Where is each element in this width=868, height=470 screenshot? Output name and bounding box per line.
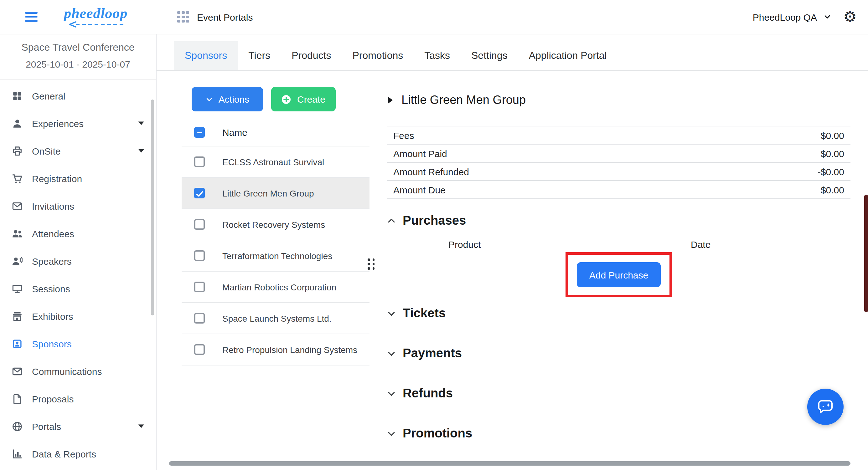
sponsor-rows: ECLSS Astronaut Survival Little Green Me…: [182, 146, 370, 366]
account-name[interactable]: PheedLoop QA: [753, 11, 817, 22]
checkbox-checked[interactable]: [194, 188, 205, 198]
table-row: Fees $0.00: [387, 126, 850, 144]
checkbox[interactable]: [194, 157, 205, 167]
fin-label: Fees: [393, 130, 414, 140]
chevron-down-icon[interactable]: [138, 121, 145, 126]
logo-underline-arrow-icon: [66, 21, 126, 28]
topbar-left: pheedloop: [0, 6, 157, 28]
table-row: Amount Paid $0.00: [387, 144, 850, 163]
select-all-checkbox[interactable]: [194, 127, 205, 138]
tab-application-portal[interactable]: Application Portal: [518, 41, 618, 70]
grid-icon: [11, 90, 23, 101]
chevron-up-icon[interactable]: [387, 216, 396, 225]
sidebar-item-attendees[interactable]: Attendees: [0, 220, 156, 247]
topbar: pheedloop Event Portals PheedLoop QA ⚙: [0, 0, 868, 34]
sponsor-row-selected[interactable]: Little Green Men Group: [182, 178, 370, 209]
sidebar-item-label: Data & Reports: [32, 448, 96, 459]
horizontal-scrollbar-thumb[interactable]: [169, 461, 850, 466]
chevron-down-icon[interactable]: [387, 349, 396, 358]
annotation-highlight-box: Add Purchase: [565, 252, 672, 297]
event-name: Space Travel Conference: [0, 42, 156, 53]
pheedloop-logo[interactable]: pheedloop: [64, 6, 127, 28]
mail-icon: [11, 200, 23, 211]
chevron-down-icon[interactable]: [387, 429, 396, 438]
detail-title-row[interactable]: Little Green Men Group: [387, 92, 850, 108]
event-header: Space Travel Conference 2025-10-01 - 202…: [0, 34, 156, 80]
tab-promotions[interactable]: Promotions: [342, 41, 414, 70]
column-header-product: Product: [448, 239, 480, 250]
sidebar-item-communications[interactable]: Communications: [0, 357, 156, 385]
purchases-column-headers: Product Date: [387, 239, 850, 252]
sponsor-row[interactable]: Rocket Recovery Systems: [182, 209, 370, 240]
fin-value: -$0.00: [817, 166, 844, 177]
section-title: Purchases: [403, 213, 466, 228]
create-button[interactable]: Create: [271, 87, 336, 111]
fin-value: $0.00: [821, 184, 844, 195]
sidebar-item-invitations[interactable]: Invitations: [0, 192, 156, 220]
hamburger-menu-icon[interactable]: [25, 12, 38, 22]
tab-tiers[interactable]: Tiers: [238, 41, 281, 70]
sidebar-item-label: Exhibitors: [32, 311, 73, 322]
triangle-right-icon[interactable]: [387, 96, 393, 104]
sidebar-item-portals[interactable]: Portals: [0, 412, 156, 440]
sponsor-row[interactable]: Space Launch Systems Ltd.: [182, 303, 370, 334]
sidebar-item-data-reports[interactable]: Data & Reports: [0, 440, 156, 468]
sidebar-item-exhibitors[interactable]: Exhibitors: [0, 302, 156, 330]
chart-icon: [11, 448, 23, 459]
sponsor-row[interactable]: Terraformation Technologies: [182, 240, 370, 272]
apps-grid-icon[interactable]: [177, 11, 189, 23]
page-scrollbar-thumb[interactable]: [864, 195, 868, 312]
content: Actions Create Name: [157, 71, 868, 470]
sidebar-item-registration[interactable]: Registration: [0, 165, 156, 192]
sidebar-item-speakers[interactable]: Speakers: [0, 247, 156, 275]
settings-gear-icon[interactable]: ⚙: [843, 9, 857, 24]
chevron-down-icon[interactable]: [387, 309, 396, 317]
actions-button-label: Actions: [219, 94, 249, 104]
create-button-label: Create: [297, 94, 326, 104]
chevron-down-icon[interactable]: [387, 389, 396, 398]
actions-button[interactable]: Actions: [192, 87, 263, 111]
logo-text: pheedloop: [64, 6, 127, 21]
sponsor-row[interactable]: ECLSS Astronaut Survival: [182, 146, 370, 178]
add-purchase-button[interactable]: Add Purchase: [577, 262, 661, 287]
tab-label: Application Portal: [529, 50, 607, 61]
sidebar-nav: General Experiences OnSite: [0, 80, 156, 468]
tab-settings[interactable]: Settings: [461, 41, 518, 70]
section-refunds[interactable]: Refunds: [387, 385, 850, 402]
checkbox[interactable]: [194, 250, 205, 261]
checkbox[interactable]: [194, 281, 205, 292]
chat-widget-button[interactable]: [807, 389, 844, 425]
column-header-date: Date: [691, 239, 711, 250]
sidebar-item-proposals[interactable]: Proposals: [0, 385, 156, 412]
sponsor-row[interactable]: Retro Propulsion Landing Systems: [182, 334, 370, 366]
chevron-down-icon[interactable]: [138, 424, 145, 429]
sidebar-item-experiences[interactable]: Experiences: [0, 109, 156, 137]
tab-sponsors[interactable]: Sponsors: [174, 41, 238, 70]
sponsor-name: Rocket Recovery Systems: [222, 220, 325, 229]
checkbox[interactable]: [194, 313, 205, 324]
document-icon: [11, 393, 23, 404]
sidebar-item-sponsors[interactable]: Sponsors: [0, 330, 156, 357]
section-purchases[interactable]: Purchases: [387, 212, 850, 229]
monitor-icon: [11, 283, 23, 294]
sponsor-row[interactable]: Martian Robotics Corporation: [182, 272, 370, 303]
sidebar-item-label: Registration: [32, 173, 82, 184]
drag-handle[interactable]: [368, 259, 375, 270]
section-payments[interactable]: Payments: [387, 345, 850, 362]
tab-products[interactable]: Products: [281, 41, 342, 70]
section-tickets[interactable]: Tickets: [387, 305, 850, 322]
checkbox[interactable]: [194, 344, 205, 355]
chevron-down-icon[interactable]: [138, 148, 145, 153]
sidebar-item-general[interactable]: General: [0, 82, 156, 109]
plus-circle-icon: [281, 94, 291, 104]
checkbox[interactable]: [194, 219, 205, 230]
chevron-down-icon[interactable]: [823, 12, 832, 21]
printer-icon: [11, 145, 23, 157]
account-menu[interactable]: PheedLoop QA ⚙: [753, 9, 868, 24]
tab-tasks[interactable]: Tasks: [414, 41, 461, 70]
sidebar-scrollbar-thumb[interactable]: [151, 100, 154, 315]
sidebar-item-onsite[interactable]: OnSite: [0, 137, 156, 165]
sidebar-item-sessions[interactable]: Sessions: [0, 275, 156, 302]
section-promotions[interactable]: Promotions: [387, 425, 850, 442]
sponsor-name: Retro Propulsion Landing Systems: [222, 344, 357, 355]
